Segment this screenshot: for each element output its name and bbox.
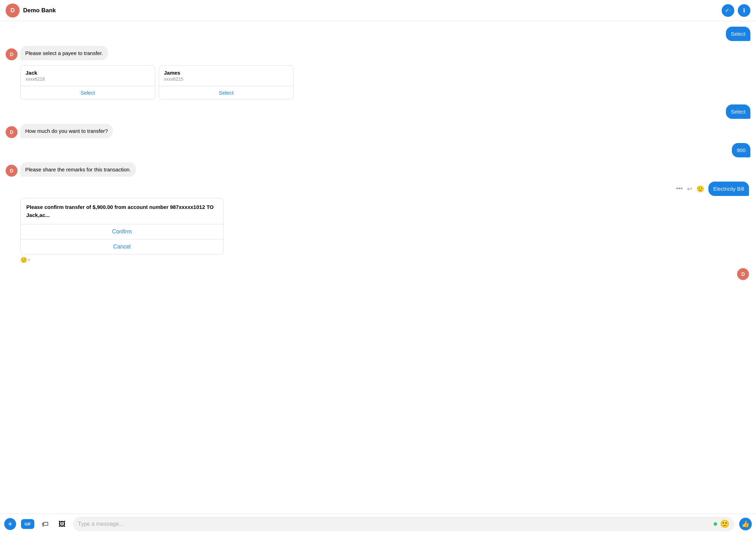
select-bubble-top: Select	[726, 27, 750, 41]
thumbsup-button[interactable]: 👍	[739, 518, 752, 530]
payee-name-jack: Jack	[26, 70, 150, 76]
chat-area: Select D Please select a payee to transf…	[0, 21, 756, 514]
remarks-prompt-bubble: Please share the remarks for this transa…	[20, 162, 136, 177]
payee-info-jack: Jack xxxx6218	[21, 66, 155, 86]
payee-prompt-bubble: Please select a payee to transfer.	[20, 46, 108, 60]
payee-card-jack: Jack xxxx6218 Select	[20, 65, 155, 100]
emoji-picker-button[interactable]: 🙂	[720, 519, 729, 529]
header-title: Demo Bank	[23, 7, 722, 14]
sticker-icon: 🏷	[42, 520, 49, 528]
info-button[interactable]: ℹ	[738, 4, 750, 17]
msg-row-amount: 900	[6, 143, 750, 157]
typing-avatar-row: D	[6, 268, 750, 280]
bot-avatar-2: D	[6, 126, 18, 138]
online-indicator	[714, 522, 717, 526]
amount-prompt-bubble: How much do you want to transfer?	[20, 124, 113, 138]
emoji-add-icon[interactable]: 🙂+	[20, 257, 30, 263]
plus-icon: +	[8, 519, 13, 529]
msg-row-remarks-prompt: D Please share the remarks for this tran…	[6, 162, 750, 177]
bottom-bar: + GIF 🏷 🖼 🙂 👍	[0, 514, 756, 537]
payee-select-jack-button[interactable]: Select	[21, 86, 155, 99]
bot-avatar-3: D	[6, 165, 18, 177]
gif-icon: GIF	[25, 522, 31, 526]
check-icon: ✓·	[725, 7, 731, 14]
payee-select-james-button[interactable]: Select	[159, 86, 293, 99]
electricity-message-actions: ••• ↩ 🙂 Electricity Bill	[6, 182, 750, 196]
msg-row-payee-prompt: D Please select a payee to transfer.	[6, 46, 750, 60]
bot-avatar-1: D	[6, 48, 18, 60]
msg-row-amount-prompt: D How much do you want to transfer?	[6, 124, 750, 138]
msg-row-select-2: Select	[6, 104, 750, 119]
info-icon: ℹ	[743, 7, 745, 14]
gif-button[interactable]: GIF	[21, 519, 34, 529]
confirm-emoji-area: 🙂+	[20, 257, 750, 263]
payee-cards-wrapper: Jack xxxx6218 Select James xxxx6215 Sele…	[20, 65, 294, 100]
select-bubble-2: Select	[726, 104, 750, 119]
msg-row-select-top: Select	[6, 27, 750, 41]
amount-bubble: 900	[732, 143, 750, 157]
cancel-button[interactable]: Cancel	[21, 239, 223, 254]
emoji-icon: 🙂	[720, 519, 729, 528]
bottom-icons-row: + GIF 🏷 🖼 🙂 👍	[4, 517, 752, 531]
image-button[interactable]: 🖼	[56, 518, 68, 530]
confirm-card-text-bold: Please confirm transfer of $,900.00 from…	[26, 204, 214, 218]
payee-account-james: xxxx6215	[164, 76, 288, 82]
app-header: D Demo Bank ✓· ℹ	[0, 0, 756, 21]
thumbsup-icon: 👍	[742, 520, 749, 528]
emoji-react-icon[interactable]: 🙂	[696, 185, 704, 193]
image-icon: 🖼	[59, 520, 66, 528]
header-avatar: D	[6, 4, 20, 18]
reply-icon[interactable]: ↩	[687, 185, 692, 193]
confirm-card-wrapper: Please confirm transfer of $,900.00 from…	[20, 198, 750, 263]
message-input[interactable]	[78, 521, 711, 527]
confirm-card-text: Please confirm transfer of $,900.00 from…	[21, 198, 223, 224]
message-input-row: 🙂	[73, 517, 734, 531]
payee-account-jack: xxxx6218	[26, 76, 150, 82]
header-icons: ✓· ℹ	[722, 4, 750, 17]
sticker-button[interactable]: 🏷	[39, 518, 51, 530]
electricity-bubble: Electricity Bill	[708, 182, 749, 196]
check-button[interactable]: ✓·	[722, 4, 734, 17]
payee-info-james: James xxxx6215	[159, 66, 293, 86]
payee-name-james: James	[164, 70, 288, 76]
confirm-card: Please confirm transfer of $,900.00 from…	[20, 198, 224, 254]
payee-card-james: James xxxx6215 Select	[159, 65, 294, 100]
plus-button[interactable]: +	[4, 518, 16, 530]
typing-avatar: D	[737, 268, 749, 280]
more-icon[interactable]: •••	[676, 185, 683, 192]
confirm-button[interactable]: Confirm	[21, 224, 223, 239]
